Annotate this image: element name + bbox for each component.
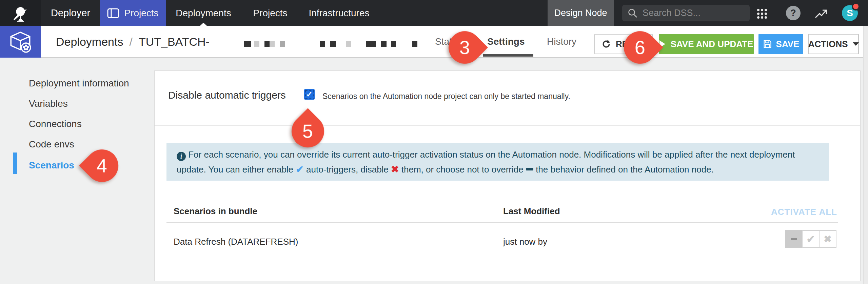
- save-button[interactable]: SAVE: [758, 34, 803, 54]
- column-header-scenarios: Scenarios in bundle: [174, 206, 257, 217]
- notification-dot: [852, 2, 860, 11]
- actions-dropdown-button[interactable]: ACTIONS: [808, 34, 859, 54]
- scenario-modified-cell: just now by: [503, 237, 547, 247]
- column-header-last-modified: Last Modified: [503, 206, 560, 217]
- nav-tab-projects-active[interactable]: Projects: [100, 0, 166, 26]
- enable-check-icon: ✔: [296, 164, 303, 175]
- nav-item-deployments[interactable]: Deployments: [170, 0, 237, 26]
- enable-option[interactable]: ✔: [802, 230, 820, 248]
- check-icon: ✔: [806, 233, 815, 245]
- activate-all-button[interactable]: ACTIVATE ALL: [771, 207, 837, 217]
- disable-x-icon: ✖: [391, 164, 399, 175]
- no-override-option-selected[interactable]: [785, 230, 803, 248]
- deployment-header-bar: Deployments / TUT_BATCH- Status Settings…: [0, 26, 863, 58]
- scenario-override-toggle: ✔ ✖: [785, 230, 836, 248]
- user-avatar[interactable]: S: [842, 5, 858, 21]
- dash-icon: [791, 238, 797, 240]
- disable-triggers-help-text: Scenarios on the Automation node project…: [322, 92, 570, 101]
- bird-logo-icon: [11, 3, 30, 23]
- redacted-deployment-name: [244, 41, 434, 47]
- refresh-icon: [601, 39, 611, 49]
- trend-arrow-icon[interactable]: [814, 7, 827, 20]
- breadcrumb-deployments[interactable]: Deployments: [56, 35, 123, 48]
- caret-down-icon: [853, 42, 859, 46]
- nav-item-projects[interactable]: Projects: [245, 0, 296, 26]
- content-area: Deployment information Variables Connect…: [0, 58, 868, 284]
- deployments-cube-icon[interactable]: [0, 26, 41, 58]
- tab-settings[interactable]: Settings: [487, 26, 525, 57]
- design-node-button[interactable]: Design Node: [548, 0, 614, 26]
- help-icon[interactable]: ?: [786, 6, 801, 20]
- search-input[interactable]: [643, 8, 731, 18]
- breadcrumb: Deployments / TUT_BATCH-: [56, 26, 210, 58]
- checkmark-icon: ✓: [306, 90, 313, 99]
- apps-grid-icon[interactable]: [757, 9, 773, 18]
- app-title: Deployer: [41, 0, 100, 26]
- floppy-icon: [763, 39, 772, 49]
- scenario-name-cell: Data Refresh (DATAREFRESH): [174, 237, 298, 247]
- auto-trigger-info-box: i For each scenario, you can override it…: [166, 143, 829, 181]
- disable-triggers-checkbox[interactable]: ✓: [304, 89, 315, 100]
- deployer-page: Deployer Projects Deployments Projects I…: [0, 0, 868, 284]
- global-search[interactable]: [622, 5, 750, 21]
- save-and-update-button[interactable]: SAVE AND UPDATE: [659, 34, 754, 54]
- sidebar-item-deployment-information[interactable]: Deployment information: [29, 78, 129, 88]
- scenarios-settings-panel: Disable automatic triggers ✓ Scenarios o…: [154, 70, 861, 281]
- project-icon: [107, 8, 119, 18]
- sidebar-item-variables[interactable]: Variables: [29, 99, 68, 109]
- top-nav-bar: Deployer Projects Deployments Projects I…: [0, 0, 868, 26]
- section-divider: [155, 125, 860, 126]
- table-header-divider: [166, 222, 838, 223]
- breadcrumb-deployment-id: TUT_BATCH-: [139, 35, 210, 48]
- sidebar-item-code-envs[interactable]: Code envs: [29, 139, 74, 149]
- disable-option[interactable]: ✖: [819, 230, 836, 248]
- active-tab-underline: [483, 54, 533, 57]
- disable-triggers-label: Disable automatic triggers: [168, 89, 286, 101]
- nav-item-infrastructures[interactable]: Infrastructures: [302, 0, 376, 26]
- dataiku-logo[interactable]: [0, 0, 41, 26]
- x-icon: ✖: [824, 234, 831, 245]
- scrollbar-track[interactable]: [863, 26, 868, 284]
- sidebar-item-connections[interactable]: Connections: [29, 119, 82, 129]
- no-override-dash-icon: [526, 168, 533, 170]
- tab-history[interactable]: History: [547, 26, 576, 57]
- search-icon: [628, 8, 638, 18]
- sidebar-item-scenarios[interactable]: Scenarios: [29, 160, 74, 170]
- active-sidebar-indicator: [13, 153, 17, 174]
- info-icon: i: [177, 152, 186, 161]
